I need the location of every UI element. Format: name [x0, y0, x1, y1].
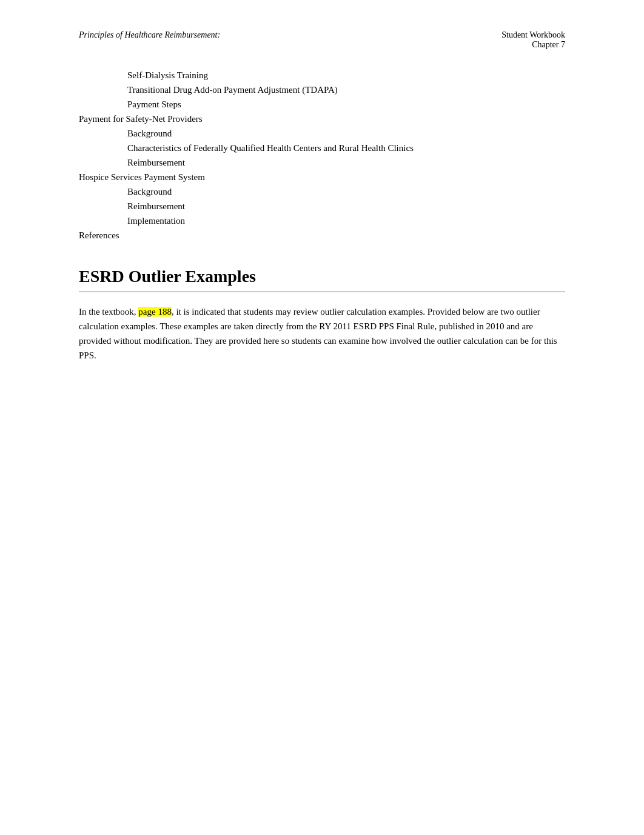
header-info: Student Workbook Chapter 7	[501, 30, 565, 50]
toc-item: Background	[79, 184, 565, 199]
highlighted-text: page 188	[138, 307, 172, 317]
toc-item: Payment Steps	[79, 97, 565, 112]
page: Principles of Healthcare Reimbursement: …	[0, 0, 644, 835]
toc-item: Payment for Safety-Net Providers	[79, 112, 565, 126]
page-header: Principles of Healthcare Reimbursement: …	[79, 30, 565, 50]
toc-item: Implementation	[79, 213, 565, 228]
toc-item: Background	[79, 126, 565, 141]
section-divider	[79, 291, 565, 292]
toc-item: Hospice Services Payment System	[79, 170, 565, 184]
header-workbook: Student Workbook	[501, 30, 565, 40]
body-text-before: In the textbook,	[79, 307, 138, 317]
section-title: ESRD Outlier Examples	[79, 267, 565, 286]
toc-section: Self-Dialysis Training Transitional Drug…	[79, 68, 565, 243]
header-title: Principles of Healthcare Reimbursement:	[79, 30, 220, 40]
toc-item: Transitional Drug Add-on Payment Adjustm…	[79, 82, 565, 97]
header-chapter: Chapter 7	[501, 40, 565, 50]
toc-item: Reimbursement	[79, 155, 565, 170]
toc-item: Characteristics of Federally Qualified H…	[79, 141, 565, 155]
body-paragraph: In the textbook, page 188, it is indicat…	[79, 304, 565, 363]
toc-item: Reimbursement	[79, 199, 565, 213]
toc-item: Self-Dialysis Training	[79, 68, 565, 82]
toc-item: References	[79, 228, 565, 243]
